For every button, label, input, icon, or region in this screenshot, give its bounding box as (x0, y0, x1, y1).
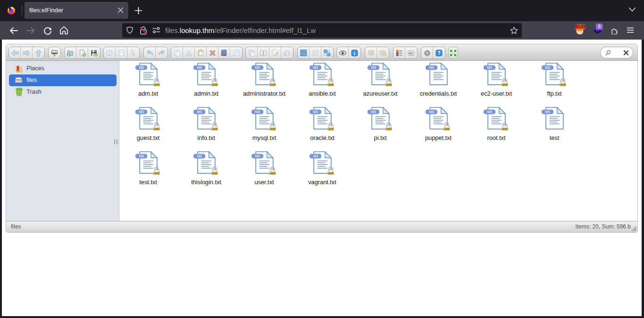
svg-text:txt: txt (313, 109, 318, 114)
svg-text:i: i (354, 50, 355, 56)
svg-text:txt: txt (255, 65, 260, 70)
svg-text:txt: txt (545, 65, 550, 70)
svg-text:txt: txt (139, 154, 144, 158)
svg-text:txt: txt (545, 109, 550, 114)
svg-text:txt: txt (371, 109, 376, 114)
svg-text:8: 8 (598, 24, 601, 29)
svg-text:txt: txt (313, 65, 318, 70)
svg-text:txt: txt (371, 65, 376, 70)
svg-text:txt: txt (255, 109, 260, 114)
svg-text:txt: txt (487, 109, 492, 114)
svg-text:?: ? (438, 50, 441, 56)
svg-text:txt: txt (139, 109, 144, 114)
svg-text:txt: txt (429, 109, 434, 114)
svg-text:a|z: a|z (409, 51, 413, 55)
svg-text:txt: txt (197, 109, 202, 114)
svg-text:txt: txt (139, 65, 144, 70)
svg-text:txt: txt (487, 65, 492, 70)
svg-text:txt: txt (313, 154, 318, 158)
svg-text:BUR: BUR (575, 24, 585, 29)
svg-text:txt: txt (255, 154, 260, 158)
svg-text:txt: txt (429, 65, 434, 70)
svg-text:txt: txt (197, 154, 202, 158)
svg-text:txt: txt (197, 65, 202, 70)
